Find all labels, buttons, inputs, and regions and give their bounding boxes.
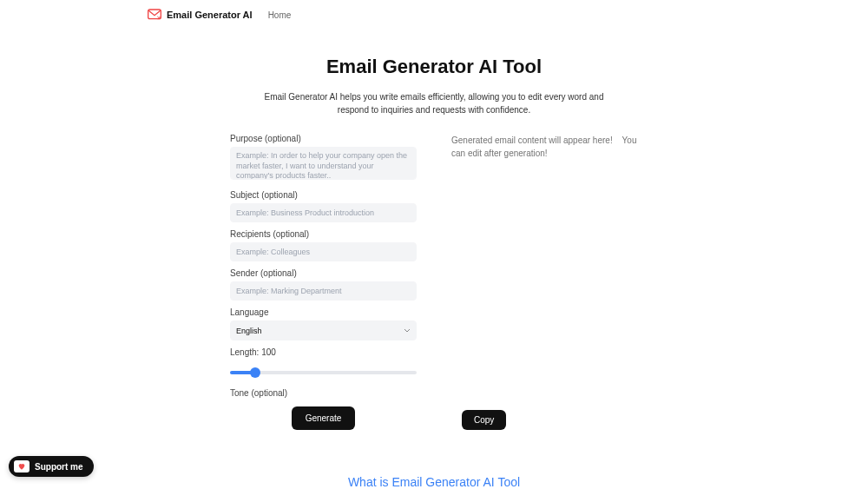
generate-button[interactable]: Generate [292,406,356,430]
subject-field: Subject (optional) [230,190,417,222]
recipients-field: Recipients (optional) [230,229,417,261]
length-slider[interactable] [230,371,417,374]
sender-input[interactable] [230,281,417,301]
brand-text: Email Generator AI [167,10,253,20]
subject-input[interactable] [230,203,417,222]
nav-home-link[interactable]: Home [268,10,292,20]
hero: Email Generator AI Tool Email Generator … [0,56,868,116]
tone-label: Tone (optional) [230,388,417,398]
purpose-field: Purpose (optional) [230,134,417,183]
support-icon-box [14,460,30,472]
form-column: Purpose (optional) Subject (optional) Re… [230,134,417,430]
page-title: Email Generator AI Tool [17,56,851,78]
purpose-input[interactable] [230,147,417,180]
recipients-label: Recipients (optional) [230,229,417,239]
length-slider-wrap [230,360,417,381]
brand[interactable]: Email Generator AI [148,9,253,21]
top-nav: Email Generator AI Home [0,0,868,30]
length-field: Length: 100 [230,347,417,381]
sender-label: Sender (optional) [230,268,417,278]
sender-field: Sender (optional) [230,268,417,301]
purpose-label: Purpose (optional) [230,134,417,143]
language-select[interactable]: English [230,320,417,340]
output-column: Copy [451,134,638,430]
main-columns: Purpose (optional) Subject (optional) Re… [0,134,868,430]
recipients-input[interactable] [230,242,417,261]
support-me-button[interactable]: Support me [9,456,94,477]
footer-heading: What is Email Generator AI Tool [0,475,868,489]
language-field: Language English [230,307,417,340]
mail-icon [148,9,161,21]
tone-field: Tone (optional) [230,388,417,398]
copy-button[interactable]: Copy [462,410,506,430]
heart-icon [17,462,26,471]
length-label: Length: 100 [230,347,417,357]
support-label: Support me [35,462,83,472]
language-label: Language [230,307,417,317]
subject-label: Subject (optional) [230,190,417,200]
svg-rect-0 [148,10,161,19]
output-textarea[interactable] [451,134,638,401]
page-description: Email Generator AI helps you write email… [256,90,612,116]
